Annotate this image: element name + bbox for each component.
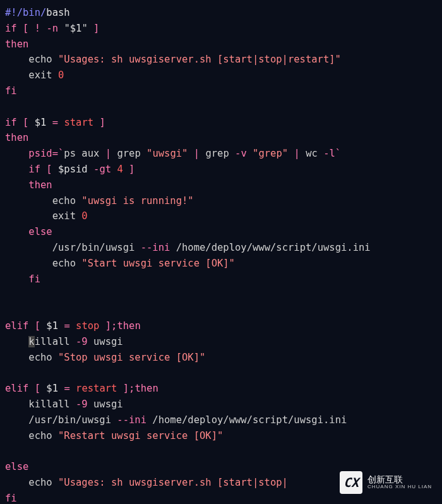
shebang-line: #!/bin/bash — [5, 7, 70, 18]
watermark-logo-icon: CX — [340, 471, 362, 494]
watermark: CX 创新互联 CHUANG XIN HU LIAN — [340, 471, 432, 494]
code-block: #!/bin/bash if [ ! -n "$1" ] then echo "… — [5, 5, 437, 504]
watermark-text: 创新互联 CHUANG XIN HU LIAN — [367, 475, 432, 490]
